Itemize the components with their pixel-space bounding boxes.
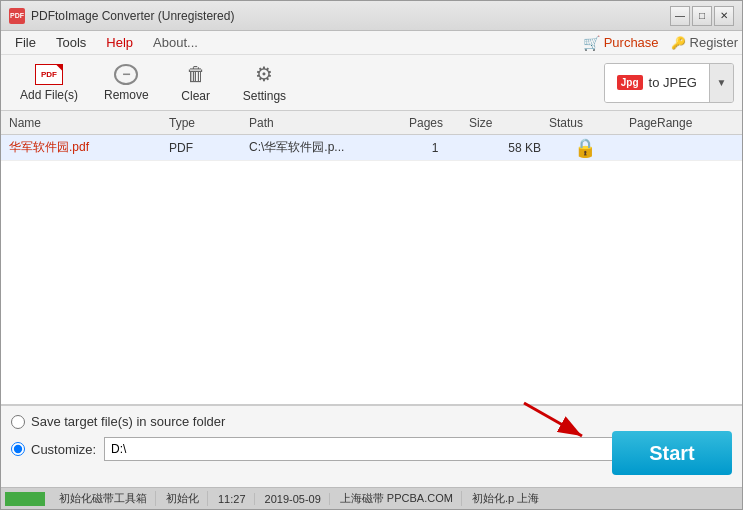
gear-icon: ⚙	[255, 62, 273, 86]
save-source-radio[interactable]	[11, 415, 25, 429]
cart-icon: 🛒	[583, 35, 600, 51]
register-button[interactable]: 🔑 Register	[671, 35, 738, 50]
file-list-header: Name Type Path Pages Size Status PageRan…	[1, 111, 742, 135]
status-seg-4: 2019-05-09	[257, 493, 330, 505]
col-name: Name	[5, 116, 165, 130]
settings-label: Settings	[243, 89, 286, 103]
customize-text: Customize:	[31, 442, 96, 457]
start-button[interactable]: Start	[612, 431, 732, 475]
settings-button[interactable]: ⚙ Settings	[232, 59, 297, 107]
format-dropdown[interactable]: ▼	[709, 63, 733, 103]
format-selector[interactable]: Jpg to JPEG ▼	[604, 63, 734, 103]
add-files-button[interactable]: PDF Add File(s)	[9, 59, 89, 107]
remove-label: Remove	[104, 88, 149, 102]
customize-radio[interactable]	[11, 442, 25, 456]
menu-bar: File Tools Help About... 🛒 Purchase 🔑 Re…	[1, 31, 742, 55]
col-pagerange: PageRange	[625, 116, 738, 130]
window-title: PDFtoImage Converter (Unregistered)	[31, 9, 234, 23]
title-bar-left: PDF PDFtoImage Converter (Unregistered)	[9, 8, 234, 24]
menu-about[interactable]: About...	[143, 32, 208, 54]
status-seg-6: 初始化.p 上海	[464, 491, 547, 506]
close-button[interactable]: ✕	[714, 6, 734, 26]
bottom-bar: Save target file(s) in source folder Cus…	[1, 405, 742, 487]
table-row[interactable]: 华军软件园.pdf PDF C:\华军软件园.p... 1 58 KB 🔒	[1, 135, 742, 161]
col-pages: Pages	[405, 116, 465, 130]
cell-type: PDF	[165, 141, 245, 155]
title-bar: PDF PDFtoImage Converter (Unregistered) …	[1, 1, 742, 31]
status-bar: 初始化磁带工具箱 初始化 11:27 2019-05-09 上海磁带 PPCBA…	[1, 487, 742, 509]
window-controls: — □ ✕	[670, 6, 734, 26]
maximize-button[interactable]: □	[692, 6, 712, 26]
col-path: Path	[245, 116, 405, 130]
pdf-icon: PDF	[35, 64, 63, 85]
status-seg-1: 初始化磁带工具箱	[51, 491, 156, 506]
start-label: Start	[649, 442, 695, 465]
status-seg-3: 11:27	[210, 493, 255, 505]
minimize-button[interactable]: —	[670, 6, 690, 26]
save-source-label[interactable]: Save target file(s) in source folder	[11, 414, 225, 429]
purchase-label: Purchase	[604, 35, 659, 50]
col-status: Status	[545, 116, 625, 130]
menu-tools[interactable]: Tools	[46, 32, 96, 54]
col-size: Size	[465, 116, 545, 130]
customize-label[interactable]: Customize:	[11, 442, 96, 457]
trash-icon: 🗑	[186, 63, 206, 86]
purchase-button[interactable]: 🛒 Purchase	[583, 35, 659, 51]
save-source-row: Save target file(s) in source folder	[11, 414, 732, 429]
cell-pages: 1	[405, 141, 465, 155]
menu-file[interactable]: File	[5, 32, 46, 54]
remove-icon: −	[114, 64, 138, 85]
col-type: Type	[165, 116, 245, 130]
format-label: to JPEG	[649, 75, 697, 90]
clear-button[interactable]: 🗑 Clear	[164, 59, 228, 107]
menu-help[interactable]: Help	[96, 32, 143, 54]
progress-bar	[5, 492, 45, 506]
save-source-text: Save target file(s) in source folder	[31, 414, 225, 429]
main-window: PDF PDFtoImage Converter (Unregistered) …	[0, 0, 743, 510]
register-label: Register	[690, 35, 738, 50]
status-seg-2: 初始化	[158, 491, 208, 506]
jpg-icon: Jpg	[617, 75, 643, 90]
lock-icon: 🔒	[574, 137, 596, 159]
add-files-label: Add File(s)	[20, 88, 78, 102]
cell-size: 58 KB	[465, 141, 545, 155]
status-seg-5: 上海磁带 PPCBA.COM	[332, 491, 462, 506]
toolbar: PDF Add File(s) − Remove 🗑 Clear ⚙ Setti…	[1, 55, 742, 111]
cell-status: 🔒	[545, 137, 625, 159]
path-input[interactable]	[104, 437, 643, 461]
app-icon: PDF	[9, 8, 25, 24]
remove-button[interactable]: − Remove	[93, 59, 160, 107]
cell-name: 华军软件园.pdf	[5, 139, 165, 156]
menu-bar-right: 🛒 Purchase 🔑 Register	[583, 35, 738, 51]
clear-label: Clear	[181, 89, 210, 103]
key-icon: 🔑	[671, 36, 686, 50]
file-list-container: Name Type Path Pages Size Status PageRan…	[1, 111, 742, 405]
cell-path: C:\华军软件园.p...	[245, 139, 405, 156]
format-button[interactable]: Jpg to JPEG	[605, 63, 709, 103]
